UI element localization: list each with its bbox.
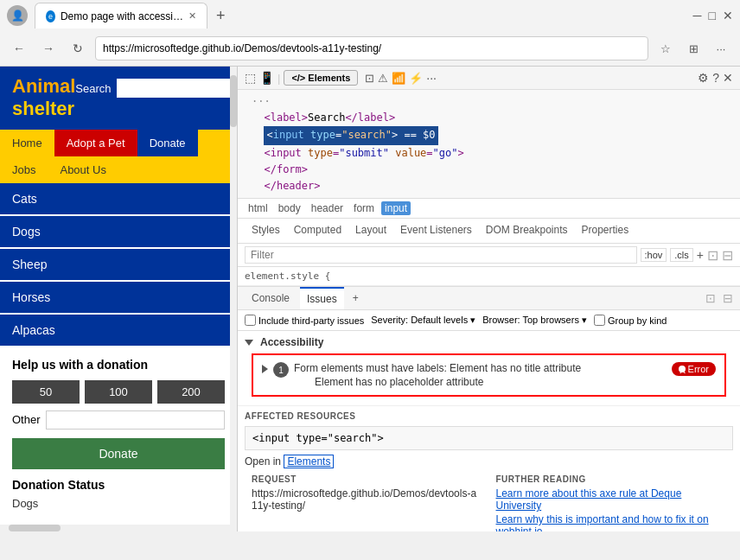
amount-50[interactable]: 50 bbox=[12, 380, 80, 404]
group-by-checkbox[interactable] bbox=[594, 315, 605, 326]
breadcrumb-input[interactable]: input bbox=[381, 201, 411, 215]
elements-button[interactable]: </> Elements bbox=[284, 70, 358, 86]
close-tab-icon[interactable]: ✕ bbox=[188, 10, 196, 22]
accessibility-title: Accessibility bbox=[260, 336, 323, 348]
maximize-icon[interactable]: □ bbox=[709, 9, 716, 22]
devtools-close-icon[interactable]: ✕ bbox=[723, 71, 733, 85]
devtools-wifi-icon[interactable]: 📶 bbox=[392, 72, 405, 85]
donate-button[interactable]: Donate bbox=[12, 438, 225, 469]
html-area: ··· <label>Search</label> <input type="s… bbox=[238, 90, 740, 199]
collections-icon[interactable]: ⊞ bbox=[681, 36, 705, 60]
scrollbar-thumb-v[interactable] bbox=[230, 75, 237, 127]
html-line-1: ··· bbox=[245, 93, 733, 110]
element-style: element.style { bbox=[238, 267, 740, 286]
profile-icon[interactable]: 👤 bbox=[7, 5, 28, 26]
tab-styles[interactable]: Styles bbox=[245, 219, 287, 243]
devtools-panel: ⬚ 📱 | </> Elements ⊡ ⚠ 📶 ⚡ ··· ⚙ ? ✕ ···… bbox=[238, 67, 740, 531]
devtools-more-icon[interactable]: ··· bbox=[426, 71, 437, 85]
console-icon2[interactable]: ⊟ bbox=[723, 291, 733, 305]
html-line-3[interactable]: <input type="search"> == $0 bbox=[245, 126, 733, 144]
scrollbar-thumb-h[interactable] bbox=[9, 525, 61, 531]
html-line-4: <input type="submit" value="go"> bbox=[245, 145, 733, 162]
breadcrumb-header[interactable]: header bbox=[308, 201, 347, 215]
tab-event-listeners[interactable]: Event Listeners bbox=[393, 219, 479, 243]
devtools-settings-icon[interactable]: ⚙ bbox=[698, 71, 709, 85]
breadcrumb-html[interactable]: html bbox=[245, 201, 271, 215]
search-label: Search bbox=[75, 82, 111, 95]
back-button[interactable]: ← bbox=[7, 36, 31, 60]
console-icon1[interactable]: ⊡ bbox=[705, 291, 716, 305]
nav-jobs[interactable]: Jobs bbox=[0, 156, 48, 183]
vertical-scrollbar[interactable] bbox=[230, 67, 237, 531]
filter-bar: :hov .cls + ⊡ ⊟ bbox=[238, 244, 740, 267]
further-link-2[interactable]: Learn why this is important and how to f… bbox=[496, 513, 727, 531]
devtools-performance-icon[interactable]: ⚡ bbox=[409, 72, 423, 85]
close-window-icon[interactable]: ✕ bbox=[723, 9, 733, 22]
list-item-dogs[interactable]: Dogs bbox=[0, 216, 237, 247]
breadcrumb-form[interactable]: form bbox=[350, 201, 378, 215]
address-bar: ← → ↻ ☆ ⊞ ··· bbox=[0, 31, 740, 66]
accessibility-section: Accessibility 1 Form elements must have … bbox=[238, 331, 740, 406]
issue-inner: 1 Form elements must have labels: Elemen… bbox=[262, 362, 672, 388]
address-input[interactable] bbox=[95, 36, 648, 60]
code-block: <input type="search"> bbox=[245, 426, 733, 450]
nav-adopt[interactable]: Adopt a Pet bbox=[54, 130, 137, 156]
list-item-cats[interactable]: Cats bbox=[0, 183, 237, 214]
tab-properties[interactable]: Properties bbox=[575, 219, 636, 243]
tab-layout[interactable]: Layout bbox=[348, 219, 393, 243]
issue-triangle-icon[interactable] bbox=[262, 365, 268, 373]
favorites-icon[interactable]: ☆ bbox=[654, 36, 678, 60]
devtools-device-icon[interactable]: 📱 bbox=[259, 71, 274, 85]
other-amount-input[interactable] bbox=[46, 410, 225, 430]
hov-button[interactable]: :hov bbox=[641, 248, 667, 262]
search-input[interactable] bbox=[117, 79, 238, 98]
devtools-cursor-icon[interactable]: ⬚ bbox=[245, 71, 256, 85]
forward-button[interactable]: → bbox=[36, 36, 61, 60]
elements-link[interactable]: Elements bbox=[284, 455, 334, 468]
more-icon[interactable]: ··· bbox=[709, 36, 733, 60]
list-item-alpacas[interactable]: Alpacas bbox=[0, 315, 237, 346]
devtools-toolbar: ⬚ 📱 | </> Elements ⊡ ⚠ 📶 ⚡ ··· ⚙ ? ✕ bbox=[238, 67, 740, 90]
issue-row: 1 Form elements must have labels: Elemen… bbox=[252, 353, 726, 397]
donation-status-title: Donation Status bbox=[12, 478, 225, 492]
donation-section: Help us with a donation 50 100 200 Other… bbox=[0, 347, 237, 520]
other-label: Other bbox=[12, 413, 41, 426]
devtools-network-icon[interactable]: ⊡ bbox=[365, 72, 374, 85]
section-triangle-icon[interactable] bbox=[245, 340, 253, 346]
tab-issues[interactable]: Issues bbox=[300, 287, 344, 309]
add-style-icon[interactable]: + bbox=[697, 248, 704, 262]
list-item-horses[interactable]: Horses bbox=[0, 282, 237, 313]
issue-number: 1 bbox=[273, 362, 289, 378]
filter-input[interactable] bbox=[245, 246, 637, 264]
severity-select[interactable]: Severity: Default levels ▾ bbox=[371, 315, 475, 326]
tab-computed[interactable]: Computed bbox=[287, 219, 348, 243]
request-section: REQUEST https://microsoftedge.github.io/… bbox=[252, 474, 482, 531]
amount-100[interactable]: 100 bbox=[85, 380, 152, 404]
more-style-icon[interactable]: ⊡ bbox=[707, 247, 718, 264]
selected-element[interactable]: <input type="search"> == $0 bbox=[264, 126, 437, 144]
refresh-button[interactable]: ↻ bbox=[66, 36, 90, 60]
add-tab-icon[interactable]: + bbox=[348, 288, 364, 309]
third-party-checkbox[interactable] bbox=[245, 315, 256, 326]
nav-about[interactable]: About Us bbox=[48, 156, 118, 183]
tab-console[interactable]: Console bbox=[245, 288, 297, 309]
nav-home[interactable]: Home bbox=[0, 130, 54, 156]
amount-200[interactable]: 200 bbox=[157, 380, 225, 404]
further-link-1[interactable]: Learn more about this axe rule at Deque … bbox=[496, 487, 727, 512]
cls-button[interactable]: .cls bbox=[670, 248, 693, 262]
website-title: Animal shelter bbox=[12, 75, 75, 121]
list-item-sheep[interactable]: Sheep bbox=[0, 249, 237, 280]
tab-dom-breakpoints[interactable]: DOM Breakpoints bbox=[479, 219, 575, 243]
minimize-icon[interactable]: ─ bbox=[693, 9, 702, 22]
nav-donate[interactable]: Donate bbox=[137, 130, 198, 156]
further-title: FURTHER READING bbox=[496, 474, 727, 484]
style-icon2[interactable]: ⊟ bbox=[722, 247, 733, 264]
new-tab-button[interactable]: + bbox=[211, 7, 231, 25]
horizontal-scrollbar[interactable] bbox=[0, 525, 230, 531]
issue-title: Form elements must have labels: Element … bbox=[294, 362, 672, 374]
devtools-issues-icon[interactable]: ⚠ bbox=[378, 72, 388, 85]
breadcrumb-body[interactable]: body bbox=[275, 201, 304, 215]
browser-tab[interactable]: e Demo page with accessibility iss... ✕ bbox=[35, 3, 207, 29]
browser-select[interactable]: Browser: Top browsers ▾ bbox=[482, 315, 587, 326]
devtools-help-icon[interactable]: ? bbox=[712, 71, 719, 85]
